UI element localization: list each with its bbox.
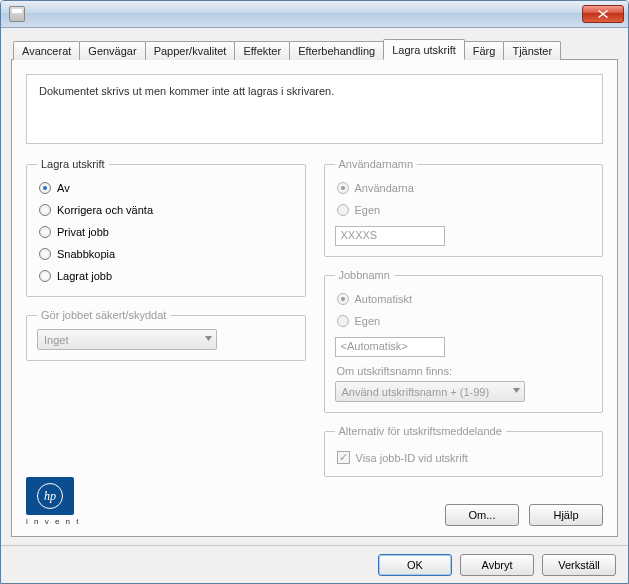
radio-snabbkopia-row[interactable]: Snabbkopia (39, 248, 295, 260)
tab-lagra-utskrift[interactable]: Lagra utskrift (383, 39, 465, 60)
ok-button[interactable]: OK (378, 554, 452, 576)
legend-anvandarnamn: Användarnamn (335, 158, 418, 170)
radio-anv-egen-label: Egen (355, 204, 381, 216)
info-text: Dokumentet skrivs ut men kommer inte att… (39, 85, 334, 97)
radio-anvandarna-row: Användarna (337, 182, 593, 194)
help-button[interactable]: Hjälp (529, 504, 603, 526)
printer-icon (9, 6, 25, 22)
tab-effekter[interactable]: Effekter (234, 41, 290, 60)
chevron-down-icon (205, 336, 212, 343)
hp-logo-block: hp i n v e n t (26, 477, 80, 526)
input-jobbnamn: <Automatisk> (335, 337, 445, 357)
radio-lagrat[interactable] (39, 270, 51, 282)
label-om-finns: Om utskriftsnamn finns: (337, 365, 593, 377)
radio-automatiskt (337, 293, 349, 305)
right-column: Användarnamn Användarna Egen XXXXS Jobbn… (324, 158, 604, 489)
radio-korrigera-row[interactable]: Korrigera och vänta (39, 204, 295, 216)
checkbox-visa-id-row: ✓ Visa jobb-ID vid utskrift (337, 451, 593, 464)
combo-om-finns: Använd utskriftsnamn + (1-99) (335, 381, 525, 402)
tab-avancerat[interactable]: Avancerat (13, 41, 80, 60)
tab-panel-lagra-utskrift: Dokumentet skrivs ut men kommer inte att… (11, 59, 618, 537)
combo-sakert: Inget (37, 329, 217, 350)
chevron-down-icon (513, 388, 520, 395)
group-sakert: Gör jobbet säkert/skyddat Inget (26, 309, 306, 361)
radio-jobb-egen-row: Egen (337, 315, 593, 327)
client-area: Avancerat Genvägar Papper/kvalitet Effek… (1, 28, 628, 545)
legend-alternativ: Alternativ för utskriftsmeddelande (335, 425, 506, 437)
tab-strip: Avancerat Genvägar Papper/kvalitet Effek… (13, 38, 618, 59)
radio-av-label: Av (57, 182, 70, 194)
group-alternativ: Alternativ för utskriftsmeddelande ✓ Vis… (324, 425, 604, 477)
group-jobbnamn: Jobbnamn Automatiskt Egen <Automatisk> O… (324, 269, 604, 413)
dialog-footer: OK Avbryt Verkställ (1, 545, 628, 583)
radio-automatiskt-label: Automatiskt (355, 293, 412, 305)
checkbox-visa-id: ✓ (337, 451, 350, 464)
radio-anv-egen-row: Egen (337, 204, 593, 216)
combo-sakert-value: Inget (44, 334, 68, 346)
left-column: Lagra utskrift Av Korrigera och vänta Pr… (26, 158, 306, 489)
tab-efterbehandling[interactable]: Efterbehandling (289, 41, 384, 60)
tab-tjanster[interactable]: Tjänster (503, 41, 561, 60)
radio-snabbkopia[interactable] (39, 248, 51, 260)
cancel-button[interactable]: Avbryt (460, 554, 534, 576)
hp-invent-text: i n v e n t (26, 517, 80, 526)
radio-jobb-egen (337, 315, 349, 327)
radio-jobb-egen-label: Egen (355, 315, 381, 327)
radio-korrigera[interactable] (39, 204, 51, 216)
print-properties-window: Avancerat Genvägar Papper/kvalitet Effek… (0, 0, 629, 584)
legend-jobbnamn: Jobbnamn (335, 269, 394, 281)
checkbox-visa-id-label: Visa jobb-ID vid utskrift (356, 452, 468, 464)
radio-korrigera-label: Korrigera och vänta (57, 204, 153, 216)
radio-privat-row[interactable]: Privat jobb (39, 226, 295, 238)
legend-sakert: Gör jobbet säkert/skyddat (37, 309, 170, 321)
radio-automatiskt-row: Automatiskt (337, 293, 593, 305)
tab-genvagar[interactable]: Genvägar (79, 41, 145, 60)
tab-papper-kvalitet[interactable]: Papper/kvalitet (145, 41, 236, 60)
radio-privat[interactable] (39, 226, 51, 238)
radio-av-row[interactable]: Av (39, 182, 295, 194)
input-anvandarnamn: XXXXS (335, 226, 445, 246)
close-button[interactable] (582, 5, 624, 23)
about-button[interactable]: Om... (445, 504, 519, 526)
group-lagra-utskrift: Lagra utskrift Av Korrigera och vänta Pr… (26, 158, 306, 297)
radio-lagrat-label: Lagrat jobb (57, 270, 112, 282)
apply-button[interactable]: Verkställ (542, 554, 616, 576)
radio-anv-egen (337, 204, 349, 216)
radio-anvandarna-label: Användarna (355, 182, 414, 194)
radio-lagrat-row[interactable]: Lagrat jobb (39, 270, 295, 282)
hp-logo-icon: hp (26, 477, 74, 515)
info-box: Dokumentet skrivs ut men kommer inte att… (26, 74, 603, 144)
group-anvandarnamn: Användarnamn Användarna Egen XXXXS (324, 158, 604, 257)
combo-om-finns-value: Använd utskriftsnamn + (1-99) (342, 386, 490, 398)
titlebar[interactable] (1, 1, 628, 28)
panel-footer: hp i n v e n t Om... Hjälp (26, 477, 603, 526)
radio-privat-label: Privat jobb (57, 226, 109, 238)
radio-anvandarna (337, 182, 349, 194)
tab-farg[interactable]: Färg (464, 41, 505, 60)
radio-snabbkopia-label: Snabbkopia (57, 248, 115, 260)
radio-av[interactable] (39, 182, 51, 194)
legend-lagra-utskrift: Lagra utskrift (37, 158, 109, 170)
